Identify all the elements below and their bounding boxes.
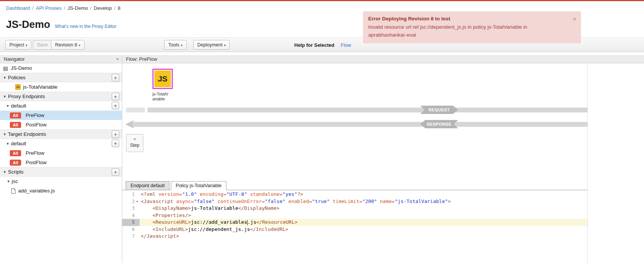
- line-number: 4: [122, 212, 140, 219]
- navigator-item-js-demo[interactable]: ▤ JS-Demo: [0, 63, 122, 73]
- breadcrumb-dashboard[interactable]: Dashboard: [6, 5, 30, 11]
- js-policy-icon: JS: [15, 84, 21, 90]
- code-line[interactable]: 1<?xml version="1.0" encoding="UTF-8" st…: [122, 191, 587, 198]
- code-line[interactable]: 7</Javascript>: [122, 233, 587, 240]
- file-icon: [11, 188, 15, 194]
- deployment-menu-label: Deployment: [197, 42, 223, 48]
- chevron-down-icon[interactable]: ▼: [7, 180, 12, 183]
- navigator-header: Navigator «: [0, 55, 122, 63]
- add-target-endpoint-button[interactable]: +: [112, 131, 119, 138]
- chevron-down-icon[interactable]: ▼: [3, 170, 8, 174]
- flow-header-label: Flow: PreFlow: [126, 56, 157, 62]
- all-badge: All: [10, 160, 21, 166]
- flow-help-link[interactable]: Flow: [341, 42, 351, 48]
- chevron-down-icon[interactable]: ▼: [3, 132, 8, 136]
- code-text: <IncludeURL>jsc://dependent_js.js</Inclu…: [140, 226, 587, 233]
- error-toast-title: Error Deploying Revision 8 to test: [368, 15, 565, 23]
- revision-menu-button[interactable]: Revision 8▾: [51, 40, 85, 50]
- tab-endpoint-default[interactable]: Endpoint default: [126, 181, 169, 190]
- add-policy-button[interactable]: +: [112, 74, 119, 82]
- breadcrumb-api-proxies[interactable]: API Proxies: [36, 5, 61, 11]
- breadcrumb-js-demo: JS-Demo: [68, 5, 88, 11]
- caret-down-icon: ▾: [78, 43, 80, 47]
- line-number: 5: [122, 219, 140, 226]
- line-number: 2▾: [122, 198, 140, 205]
- close-icon[interactable]: ×: [573, 14, 576, 24]
- deployment-menu-button[interactable]: Deployment▾: [193, 40, 230, 50]
- chevron-down-icon[interactable]: ▼: [6, 104, 11, 108]
- code-text: <DisplayName>js-TotalVariable</DisplayNa…: [140, 205, 587, 212]
- navigator-section-proxy-endpoints[interactable]: ▼ Proxy Endpoints +: [0, 92, 122, 101]
- code-text: </Javascript>: [140, 233, 587, 240]
- caret-down-icon: ▾: [224, 43, 226, 47]
- navigator-item-label: PostFlow: [26, 160, 47, 165]
- fold-arrow-icon[interactable]: ▾: [135, 198, 140, 205]
- proxy-icon: ▤: [3, 65, 8, 71]
- all-badge: All: [10, 150, 21, 156]
- code-lines: 1<?xml version="1.0" encoding="UTF-8" st…: [122, 191, 587, 240]
- chevron-down-icon[interactable]: ▼: [3, 95, 8, 98]
- breadcrumb-develop: Develop: [94, 5, 112, 11]
- breadcrumb-separator: /: [64, 5, 65, 11]
- all-badge: All: [10, 122, 21, 128]
- navigator-item-proxy-default[interactable]: ▼ default +: [0, 101, 122, 111]
- editor-tab-bar: Endpoint default Policy js-TotalVariable: [122, 181, 587, 190]
- navigator-item-label: add_variables.js: [18, 188, 55, 194]
- code-line[interactable]: 6 <IncludeURL>jsc://dependent_js.js</Inc…: [122, 226, 587, 233]
- js-policy-name-line: ariable: [152, 97, 168, 102]
- tools-menu-button[interactable]: Tools▾: [164, 40, 187, 50]
- add-flow-button[interactable]: +: [112, 140, 119, 147]
- add-script-button[interactable]: +: [112, 168, 119, 176]
- navigator-item-target-default[interactable]: ▼ default +: [0, 139, 122, 148]
- caret-down-icon: ▾: [181, 43, 183, 47]
- navigator-section-scripts[interactable]: ▼ Scripts +: [0, 167, 122, 177]
- right-panel-divider: [587, 64, 588, 263]
- navigator-section-policies[interactable]: ▼ Policies +: [0, 73, 122, 82]
- js-policy-name-line: js-TotalV: [152, 92, 168, 97]
- collapse-panel-icon[interactable]: «: [116, 56, 119, 62]
- navigator-section-target-endpoints[interactable]: ▼ Target Endpoints +: [0, 129, 122, 139]
- navigator-item-proxy-preflow[interactable]: All PreFlow: [0, 111, 122, 120]
- navigator-item-label: default: [11, 103, 26, 109]
- line-number: 1: [122, 191, 140, 198]
- all-badge: All: [10, 112, 21, 118]
- whats-new-link[interactable]: What's new in the Proxy Editor: [55, 24, 116, 29]
- section-label: Proxy Endpoints: [8, 94, 45, 99]
- request-flow-bar: [148, 108, 587, 112]
- navigator-item-jsc[interactable]: ▼ jsc: [0, 177, 122, 186]
- chevron-down-icon[interactable]: ▼: [3, 76, 8, 80]
- navigator-item-js-totalvariable[interactable]: JS js-TotalVariable: [0, 82, 122, 92]
- save-button[interactable]: Save: [33, 40, 52, 50]
- js-policy-name: js-TotalV ariable: [152, 92, 168, 102]
- page-header: JS-Demo What's new in the Proxy Editor: [6, 19, 117, 31]
- error-toast: Error Deploying Revision 8 to test Inval…: [363, 11, 581, 43]
- project-menu-label: Project: [9, 42, 24, 48]
- navigator-item-proxy-postflow[interactable]: All PostFlow: [0, 120, 122, 129]
- code-line[interactable]: 3 <DisplayName>js-TotalVariable</Display…: [122, 205, 587, 212]
- code-line[interactable]: 4 <Properties/>: [122, 212, 587, 219]
- add-proxy-endpoint-button[interactable]: +: [112, 93, 119, 100]
- code-line[interactable]: 5 <ResourceURL>jsc://add_variables.js</R…: [122, 219, 587, 226]
- project-menu-button[interactable]: Project▾: [5, 40, 31, 50]
- navigator-item-target-preflow[interactable]: All PreFlow: [0, 148, 122, 158]
- navigator-item-add-variables-js[interactable]: add_variables.js: [0, 186, 122, 195]
- code-line[interactable]: 2▾<Javascript async="false" continueOnEr…: [122, 198, 587, 205]
- add-flow-button[interactable]: +: [112, 102, 119, 109]
- breadcrumb-separator: /: [90, 5, 92, 11]
- add-step-button[interactable]: + Step: [126, 134, 143, 152]
- flow-header: Flow: PreFlow: [122, 55, 644, 63]
- line-number: 7: [122, 233, 140, 240]
- navigator-item-label: PreFlow: [26, 150, 45, 156]
- navigator-panel: Navigator « ▤ JS-Demo ▼ Policies + JS js…: [0, 55, 122, 263]
- js-policy-node[interactable]: JS: [152, 69, 173, 89]
- chevron-down-icon[interactable]: ▼: [6, 142, 11, 146]
- breadcrumb-separator: /: [114, 5, 115, 11]
- caret-down-icon: ▾: [26, 43, 28, 47]
- tab-policy-js-totalvariable[interactable]: Policy js-TotalVariable: [171, 181, 226, 190]
- navigator-item-target-postflow[interactable]: All PostFlow: [0, 158, 122, 167]
- page-title: JS-Demo: [6, 19, 50, 31]
- request-label-chip: REQUEST: [420, 106, 458, 114]
- js-policy-icon: JS: [154, 71, 171, 87]
- code-editor[interactable]: 1<?xml version="1.0" encoding="UTF-8" st…: [122, 190, 587, 263]
- response-flow-bar: [132, 122, 587, 127]
